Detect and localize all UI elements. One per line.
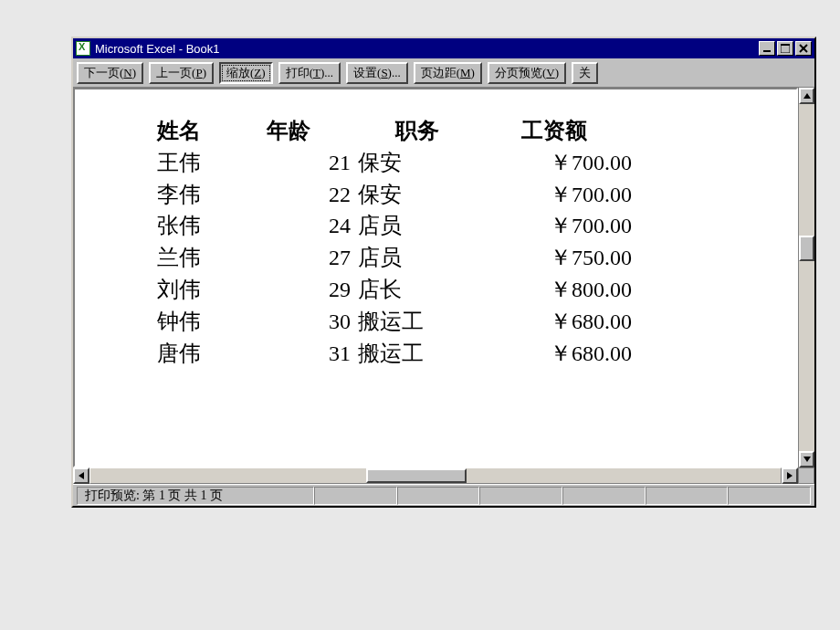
statusbar: 打印预览: 第 1 页 共 1 页 xyxy=(73,484,814,506)
table-header: 姓名 年龄 职务 工资额 xyxy=(157,115,796,147)
cell-age: 29 xyxy=(267,274,358,306)
status-text: 打印预览: 第 1 页 共 1 页 xyxy=(77,487,314,505)
cell-name: 兰伟 xyxy=(157,242,267,274)
cell-salary: ￥680.00 xyxy=(477,306,632,338)
scroll-left-button[interactable] xyxy=(73,467,89,484)
zoom-button[interactable]: 缩放(Z) xyxy=(219,62,273,84)
setup-button[interactable]: 设置(S)... xyxy=(346,62,408,84)
status-seg-5 xyxy=(646,487,729,505)
cell-job: 保安 xyxy=(358,147,477,179)
cell-age: 22 xyxy=(267,179,358,211)
scroll-corner xyxy=(798,467,814,484)
vscroll-track[interactable] xyxy=(799,104,814,451)
cell-job: 保安 xyxy=(358,179,477,211)
excel-icon xyxy=(76,41,90,56)
table-row: 张伟24店员￥700.00 xyxy=(157,210,796,242)
svg-rect-2 xyxy=(781,44,790,46)
titlebar: Microsoft Excel - Book1 xyxy=(73,38,814,58)
svg-marker-7 xyxy=(79,472,84,479)
horizontal-scrollbar[interactable] xyxy=(73,467,798,484)
cell-salary: ￥700.00 xyxy=(477,210,632,242)
scroll-up-button[interactable] xyxy=(799,88,814,104)
close-preview-button[interactable]: 关 xyxy=(572,62,598,84)
cell-age: 27 xyxy=(267,242,358,274)
table-row: 刘伟29店长￥800.00 xyxy=(157,274,796,306)
table-row: 王伟21保安￥700.00 xyxy=(157,147,796,179)
table-row: 李伟22保安￥700.00 xyxy=(157,179,796,211)
page-break-preview-button[interactable]: 分页预览(V) xyxy=(488,62,566,84)
header-job: 职务 xyxy=(358,115,477,147)
vscroll-thumb[interactable] xyxy=(799,236,814,261)
status-seg-1 xyxy=(314,487,397,505)
cell-salary: ￥700.00 xyxy=(477,179,632,211)
header-age: 年龄 xyxy=(267,115,358,147)
cell-age: 24 xyxy=(267,210,358,242)
table-row: 钟伟30搬运工￥680.00 xyxy=(157,306,796,338)
status-seg-2 xyxy=(397,487,480,505)
hscroll-track[interactable] xyxy=(89,467,782,484)
cell-name: 王伟 xyxy=(157,147,267,179)
svg-marker-8 xyxy=(787,472,793,479)
hscroll-thumb[interactable] xyxy=(366,468,467,483)
cell-job: 搬运工 xyxy=(358,338,477,370)
svg-rect-0 xyxy=(763,50,771,52)
status-seg-6 xyxy=(728,487,811,505)
cell-job: 店长 xyxy=(358,274,477,306)
cell-job: 搬运工 xyxy=(358,306,477,338)
margins-button[interactable]: 页边距(M) xyxy=(414,62,482,84)
header-salary: 工资额 xyxy=(477,115,632,147)
cell-job: 店员 xyxy=(358,210,477,242)
prev-page-button[interactable]: 上一页(P) xyxy=(149,62,214,84)
cell-salary: ￥680.00 xyxy=(477,338,632,370)
svg-marker-5 xyxy=(803,93,811,99)
preview-page: 姓名 年龄 职务 工资额 王伟21保安￥700.00李伟22保安￥700.00张… xyxy=(73,88,798,467)
excel-window: Microsoft Excel - Book1 下一页(N) 上一页(P) 缩放… xyxy=(71,37,816,508)
cell-name: 张伟 xyxy=(157,210,267,242)
table-row: 唐伟31搬运工￥680.00 xyxy=(157,338,796,370)
cell-age: 30 xyxy=(267,306,358,338)
cell-name: 刘伟 xyxy=(157,274,267,306)
print-preview-toolbar: 下一页(N) 上一页(P) 缩放(Z) 打印(T)... 设置(S)... 页边… xyxy=(73,58,814,88)
status-seg-3 xyxy=(479,487,562,505)
cell-name: 唐伟 xyxy=(157,338,267,370)
next-page-button[interactable]: 下一页(N) xyxy=(77,62,143,84)
cell-job: 店员 xyxy=(358,242,477,274)
print-button[interactable]: 打印(T)... xyxy=(278,62,341,84)
window-title: Microsoft Excel - Book1 xyxy=(95,42,759,56)
cell-salary: ￥700.00 xyxy=(477,147,632,179)
svg-marker-6 xyxy=(803,457,811,462)
cell-salary: ￥800.00 xyxy=(477,274,632,306)
scroll-down-button[interactable] xyxy=(799,451,814,467)
sheet-content: 姓名 年龄 职务 工资额 王伟21保安￥700.00李伟22保安￥700.00张… xyxy=(75,89,796,369)
scroll-right-button[interactable] xyxy=(782,467,798,484)
cell-name: 李伟 xyxy=(157,179,267,211)
status-seg-4 xyxy=(562,487,646,505)
vertical-scrollbar[interactable] xyxy=(798,88,814,467)
cell-age: 21 xyxy=(267,147,358,179)
header-name: 姓名 xyxy=(157,115,267,147)
cell-name: 钟伟 xyxy=(157,306,267,338)
minimize-button[interactable] xyxy=(759,41,775,56)
close-button[interactable] xyxy=(795,41,812,56)
cell-salary: ￥750.00 xyxy=(477,242,632,274)
cell-age: 31 xyxy=(267,338,358,370)
maximize-button[interactable] xyxy=(777,41,793,56)
table-row: 兰伟27店员￥750.00 xyxy=(157,242,796,274)
